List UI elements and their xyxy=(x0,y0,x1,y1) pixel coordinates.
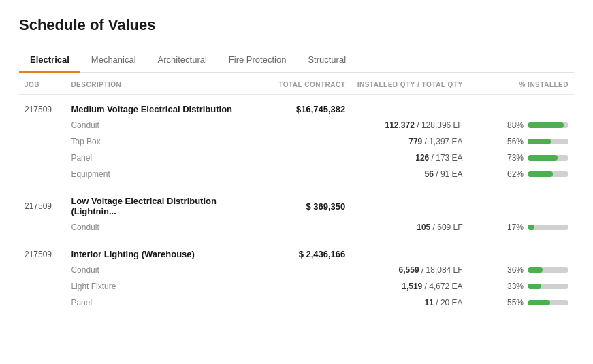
pct-value: 88% xyxy=(503,120,524,130)
sub-contract xyxy=(266,262,351,278)
table-row: Light Fixture 1,519 / 4,672 EA 33% xyxy=(19,278,574,295)
table-row: 217509 Interior Lighting (Warehouse) $ 2… xyxy=(19,239,574,262)
total-contract: $ 369,350 xyxy=(266,186,351,219)
pct-value: 56% xyxy=(503,137,524,146)
sub-job xyxy=(19,295,65,311)
sub-contract xyxy=(266,117,351,133)
progress-bar-bg xyxy=(528,139,568,144)
sub-description: Tap Box xyxy=(65,133,266,150)
progress-bar-bg xyxy=(528,122,568,128)
sub-pct: 55% xyxy=(468,295,574,311)
sub-pct: 56% xyxy=(468,133,574,150)
table-row: Equipment 56 / 91 EA 62% xyxy=(19,166,574,182)
table-row: Conduit 6,559 / 18,084 LF 36% xyxy=(19,262,574,278)
sub-contract xyxy=(266,219,351,235)
schedule-table: JOB DESCRIPTION TOTAL CONTRACT INSTALLED… xyxy=(19,73,574,311)
sub-contract xyxy=(266,133,351,150)
pct-value: 62% xyxy=(503,169,524,179)
progress-bar-fill xyxy=(528,171,553,177)
sub-qty: 779 / 1,397 EA xyxy=(351,133,468,150)
progress-bar-bg xyxy=(528,284,568,289)
page-container: Schedule of Values Electrical Mechanical… xyxy=(0,0,593,364)
group-description: Interior Lighting (Warehouse) xyxy=(65,239,266,262)
sub-description: Panel xyxy=(65,150,266,166)
sub-contract xyxy=(266,278,351,295)
table-row: 217509 Low Voltage Electrical Distributi… xyxy=(19,186,574,219)
tab-mechanical[interactable]: Mechanical xyxy=(80,48,147,73)
tab-structural[interactable]: Structural xyxy=(297,48,357,73)
progress-bar-fill xyxy=(528,284,541,289)
progress-bar-fill xyxy=(528,225,534,230)
sub-description: Conduit xyxy=(65,262,266,278)
qty-empty xyxy=(351,95,468,118)
sub-qty: 105 / 609 LF xyxy=(351,219,468,235)
sub-job xyxy=(19,150,65,166)
sub-qty: 6,559 / 18,084 LF xyxy=(351,262,468,278)
table-row: Tap Box 779 / 1,397 EA 56% xyxy=(19,133,574,150)
tab-architectural[interactable]: Architectural xyxy=(147,48,218,73)
page-title: Schedule of Values xyxy=(19,16,574,34)
job-number: 217509 xyxy=(19,95,65,118)
pct-value: 33% xyxy=(503,282,524,291)
sub-pct: 62% xyxy=(468,166,574,182)
sub-contract xyxy=(266,295,351,311)
job-number: 217509 xyxy=(19,239,65,262)
total-contract: $ 2,436,166 xyxy=(266,239,351,262)
group-description: Medium Voltage Electrical Distribution xyxy=(65,95,266,118)
sub-qty: 11 / 20 EA xyxy=(351,295,468,311)
job-number: 217509 xyxy=(19,186,65,219)
pct-empty xyxy=(468,186,574,219)
sub-pct: 17% xyxy=(468,219,574,235)
sub-qty: 56 / 91 EA xyxy=(351,166,468,182)
sub-description: Conduit xyxy=(65,117,266,133)
sub-job xyxy=(19,219,65,235)
tab-electrical[interactable]: Electrical xyxy=(19,48,80,73)
progress-bar-bg xyxy=(528,267,568,273)
group-description: Low Voltage Electrical Distribution (Lig… xyxy=(65,186,266,219)
sub-pct: 88% xyxy=(468,117,574,133)
progress-bar-fill xyxy=(528,267,543,273)
progress-bar-fill xyxy=(528,122,564,128)
pct-value: 17% xyxy=(503,222,524,232)
sub-job xyxy=(19,262,65,278)
sub-qty: 126 / 173 EA xyxy=(351,150,468,166)
sub-contract xyxy=(266,150,351,166)
table-row: Conduit 105 / 609 LF 17% xyxy=(19,219,574,235)
sub-job xyxy=(19,133,65,150)
sub-pct: 33% xyxy=(468,278,574,295)
sub-pct: 73% xyxy=(468,150,574,166)
qty-empty xyxy=(351,239,468,262)
total-contract: $16,745,382 xyxy=(266,95,351,118)
sub-contract xyxy=(266,166,351,182)
table-row: Panel 126 / 173 EA 73% xyxy=(19,150,574,166)
progress-bar-fill xyxy=(528,139,551,144)
sub-description: Panel xyxy=(65,295,266,311)
sub-pct: 36% xyxy=(468,262,574,278)
pct-empty xyxy=(468,239,574,262)
sub-job xyxy=(19,166,65,182)
sub-job xyxy=(19,117,65,133)
sub-job xyxy=(19,278,65,295)
progress-bar-fill xyxy=(528,300,550,305)
col-header-qty: INSTALLED QTY / TOTAL QTY xyxy=(351,73,468,95)
table-wrap: JOB DESCRIPTION TOTAL CONTRACT INSTALLED… xyxy=(19,73,574,311)
progress-bar-bg xyxy=(528,155,568,161)
qty-empty xyxy=(351,186,468,219)
pct-value: 36% xyxy=(503,265,524,275)
sub-description: Light Fixture xyxy=(65,278,266,295)
table-row: Conduit 112,372 / 128,396 LF 88% xyxy=(19,117,574,133)
sub-description: Equipment xyxy=(65,166,266,182)
col-header-description: DESCRIPTION xyxy=(65,73,266,95)
pct-value: 73% xyxy=(503,153,524,163)
tab-fire-protection[interactable]: Fire Protection xyxy=(218,48,298,73)
table-row: Panel 11 / 20 EA 55% xyxy=(19,295,574,311)
sub-qty: 1,519 / 4,672 EA xyxy=(351,278,468,295)
progress-bar-fill xyxy=(528,155,558,161)
progress-bar-bg xyxy=(528,171,568,177)
col-header-pct: % INSTALLED xyxy=(468,73,574,95)
pct-value: 55% xyxy=(503,298,524,308)
pct-empty xyxy=(468,95,574,118)
col-header-contract: TOTAL CONTRACT xyxy=(266,73,351,95)
tab-bar: Electrical Mechanical Architectural Fire… xyxy=(19,48,574,73)
progress-bar-bg xyxy=(528,225,568,230)
